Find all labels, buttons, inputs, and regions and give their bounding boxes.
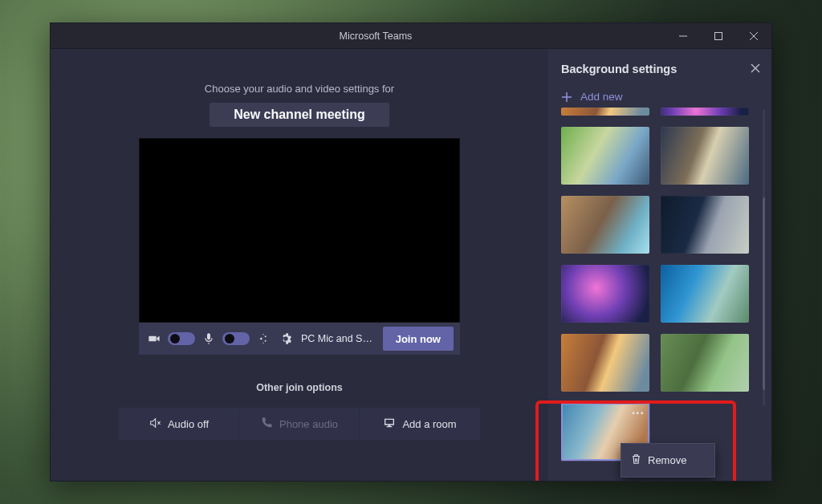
background-thumb[interactable] [561,334,649,392]
audio-off-option[interactable]: Audio off [119,408,239,440]
audio-off-label: Audio off [168,418,209,430]
svg-point-5 [265,335,267,337]
join-now-label: Join now [396,333,441,345]
meeting-name-field[interactable]: New channel meeting [210,103,389,127]
window-controls [665,23,771,49]
minimize-button[interactable] [665,23,701,49]
svg-point-4 [260,338,262,340]
phone-audio-option: Phone audio [239,408,360,440]
prejoin-panel: Choose your audio and video settings for… [51,49,548,481]
video-preview [139,138,460,323]
titlebar: Microsoft Teams [51,23,771,49]
scrollbar-thumb[interactable] [763,197,765,390]
background-thumb[interactable] [661,127,749,185]
camera-icon [145,330,163,348]
background-effects-icon[interactable] [254,330,272,348]
controls-bar: PC Mic and Sp… Join now [139,323,460,355]
panel-close-button[interactable] [751,62,760,76]
background-thumb-scroll: ··· [561,108,765,474]
device-label[interactable]: PC Mic and Sp… [301,333,373,344]
svg-point-6 [265,340,267,342]
phone-icon [260,417,273,432]
settings-hint: Choose your audio and video settings for [205,83,394,95]
add-new-label: Add new [580,91,623,103]
background-settings-panel: Background settings Add new [548,49,771,481]
add-room-label: Add a room [402,418,456,430]
add-new-button[interactable]: Add new [561,91,765,103]
other-options-row: Audio off Phone audio Add a room [119,408,480,440]
thumb-more-menu-button[interactable]: ··· [632,406,645,421]
background-thumb[interactable] [561,127,649,185]
microphone-icon [200,330,218,348]
remove-menu-item[interactable]: Remove [621,449,714,472]
background-thumb[interactable] [561,265,649,323]
window-title: Microsoft Teams [86,30,665,42]
svg-point-7 [262,334,263,335]
microphone-toggle[interactable] [222,332,250,345]
thumb-context-menu: Remove [621,443,715,478]
phone-audio-label: Phone audio [279,418,338,430]
cast-icon [383,417,396,432]
background-thumb[interactable] [661,334,749,392]
other-options-label: Other join options [256,382,343,393]
device-settings-icon[interactable] [277,330,295,348]
camera-toggle[interactable] [168,332,195,345]
background-thumb[interactable] [661,196,749,254]
trash-icon [631,453,641,467]
maximize-button[interactable] [701,23,736,49]
background-thumb-peek[interactable] [561,108,649,116]
svg-rect-1 [715,32,722,39]
panel-title: Background settings [561,63,677,75]
join-now-button[interactable]: Join now [383,327,454,351]
video-block: PC Mic and Sp… Join now [139,138,460,355]
add-room-option[interactable]: Add a room [360,408,480,440]
remove-label: Remove [648,454,686,466]
background-thumb[interactable] [561,196,649,254]
teams-window: Microsoft Teams Choose your audio and vi… [50,22,772,482]
svg-point-8 [262,343,263,343]
scrollbar[interactable] [763,109,765,406]
background-thumb-peek[interactable] [661,108,749,116]
speaker-off-icon [149,417,161,432]
meeting-name: New channel meeting [234,108,365,122]
close-button[interactable] [736,23,771,49]
background-thumb[interactable] [661,265,749,323]
